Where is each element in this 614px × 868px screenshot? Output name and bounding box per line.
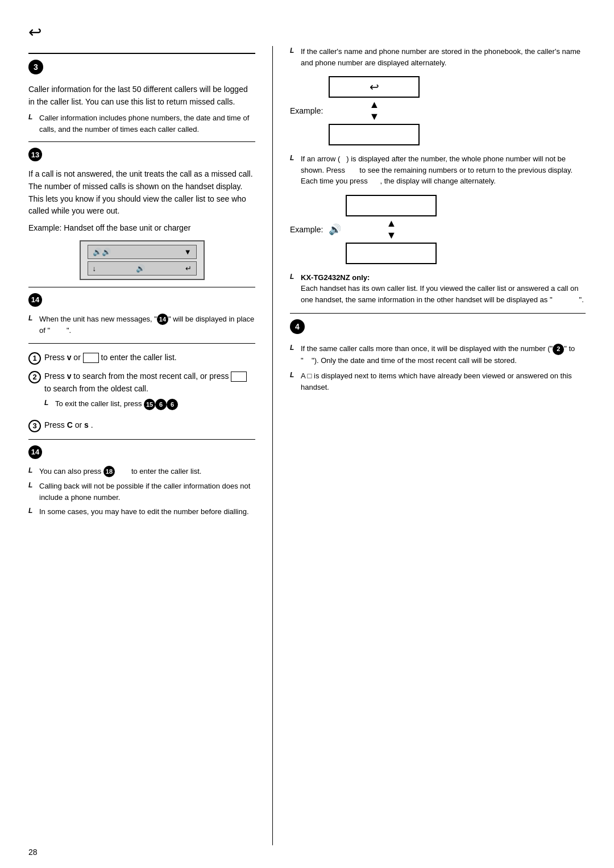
note-phonebook-line: L If the caller's name and phone number … bbox=[290, 46, 586, 68]
divider-section14b bbox=[28, 439, 255, 440]
note-phonebook-text: If the caller's name and phone number ar… bbox=[301, 46, 586, 68]
circle-18: 18 bbox=[103, 466, 115, 477]
kx-section: L KX-TG2432NZ only: Each handset has its… bbox=[290, 272, 586, 306]
handset-arrow-down2: ↓ bbox=[93, 264, 97, 273]
section3-note-line: L Caller information includes phone numb… bbox=[28, 112, 255, 135]
section4-badge: 4 bbox=[290, 319, 305, 334]
step2-note-text: To exit the caller list, press 1566 bbox=[55, 398, 178, 410]
example2-bottom-box bbox=[346, 243, 437, 264]
example1-arrows: ▲ ▼ bbox=[369, 99, 379, 123]
note14b-1: L You can also press 18 to enter the cal… bbox=[28, 466, 255, 478]
note-l-14b1: L bbox=[28, 466, 36, 474]
step2-note-line: L To exit the caller list, press 1566 bbox=[44, 398, 255, 410]
kx-note-content: KX-TG2432NZ only: Each handset has its o… bbox=[301, 272, 586, 306]
step3-text: Press C or s . bbox=[44, 419, 93, 432]
top-phone-icon: ↩ bbox=[28, 23, 586, 41]
note14b-2: L Calling back will not be possible if t… bbox=[28, 481, 255, 503]
kx-placeholder bbox=[553, 295, 579, 304]
example2-row: Example: 🔊 ▲ ▼ bbox=[290, 195, 586, 264]
section4-note2-text: A □ is displayed next to items which hav… bbox=[301, 370, 586, 393]
page: ↩ 3 Caller information for the last 50 d… bbox=[0, 0, 614, 868]
step2-text: Press v to search from the most recent c… bbox=[44, 372, 247, 393]
handset-icon2: 🔊 bbox=[136, 264, 145, 273]
arrow-down-2: ▼ bbox=[386, 229, 396, 241]
note-l-kx: L bbox=[290, 273, 298, 281]
arrow-down-1: ▼ bbox=[369, 111, 379, 123]
step2-row: 2 Press v to search from the most recent… bbox=[28, 370, 255, 414]
section13-badge: 13 bbox=[28, 148, 42, 161]
left-column: 3 Caller information for the last 50 dif… bbox=[28, 46, 273, 845]
section4-note2-line: L A □ is displayed next to items which h… bbox=[290, 370, 586, 393]
divider-section14 bbox=[28, 287, 255, 287]
page-number: 28 bbox=[28, 848, 38, 857]
step2-content: Press v to search from the most recent c… bbox=[44, 370, 255, 414]
section4-note1-text: If the same caller calls more than once,… bbox=[301, 343, 586, 366]
right-column: L If the caller's name and phone number … bbox=[273, 46, 586, 845]
note14b-3-text: In some cases, you may have to edit the … bbox=[39, 506, 249, 518]
handset-icon1: 🔊🔊 bbox=[93, 248, 111, 256]
note-l-4a: L bbox=[290, 344, 298, 352]
note14b-2-text: Calling back will not be possible if the… bbox=[39, 481, 255, 503]
section13-body1: If a call is not answered, the unit trea… bbox=[28, 168, 255, 218]
example1-row: Example: ↩ ▲ ▼ bbox=[290, 76, 586, 145]
example2-top-box bbox=[346, 195, 437, 216]
section3-badge: 3 bbox=[28, 60, 43, 74]
section14-note-text: When the unit has new messages, "14" wil… bbox=[39, 314, 255, 336]
example1-label: Example: bbox=[290, 106, 323, 115]
step3-circle: 3 bbox=[28, 420, 41, 432]
circle-14: 14 bbox=[157, 314, 168, 325]
note-l-14b3: L bbox=[28, 507, 36, 515]
section14-badge: 14 bbox=[28, 293, 42, 307]
handset-arrow-right: ↵ bbox=[185, 264, 192, 273]
divider-top-left bbox=[28, 53, 255, 54]
section3-note: Caller information includes phone number… bbox=[39, 112, 255, 135]
note-phonebook-section: L If the caller's name and phone number … bbox=[290, 46, 586, 68]
note-l-phonebook: L bbox=[290, 47, 298, 55]
step1-circle: 1 bbox=[28, 352, 41, 365]
handset-arrow-down: ▼ bbox=[184, 248, 192, 256]
placeholder-4 bbox=[304, 356, 312, 365]
circle-15: 15 bbox=[144, 399, 155, 410]
circle-6b: 6 bbox=[167, 399, 178, 410]
note-l-arrow: L bbox=[290, 154, 298, 162]
divider-section13 bbox=[28, 141, 255, 142]
example1-top-box: ↩ bbox=[329, 76, 420, 98]
example1-display: ↩ ▲ ▼ bbox=[329, 76, 420, 145]
circle-2: 2 bbox=[553, 344, 564, 355]
section14b-badge: 14 bbox=[28, 445, 42, 459]
kx-title: KX-TG2432NZ only: bbox=[301, 273, 370, 282]
example2-label: Example: bbox=[290, 225, 323, 234]
arrow-up-2: ▲ bbox=[386, 218, 396, 229]
note-l-14b2: L bbox=[28, 481, 36, 489]
note-l-4b: L bbox=[290, 371, 298, 379]
example2-display-row: 🔊 ▲ ▼ bbox=[329, 195, 437, 264]
arrow-up-1: ▲ bbox=[369, 99, 379, 111]
section13-body2: Example: Handset off the base unit or ch… bbox=[28, 222, 255, 235]
note-l-14: L bbox=[28, 314, 36, 322]
note-arrow-section: L If an arrow ( ) is displayed after the… bbox=[290, 153, 586, 187]
note14b-1-text: You can also press 18 to enter the calle… bbox=[39, 466, 201, 478]
steps-section: 1 Press v or to enter the caller list. 2… bbox=[28, 352, 255, 432]
note14b-3: L In some cases, you may have to edit th… bbox=[28, 506, 255, 518]
section4-note1-line: L If the same caller calls more than onc… bbox=[290, 343, 586, 366]
section14-note-line: L When the unit has new messages, "14" w… bbox=[28, 314, 255, 336]
example2-display: ▲ ▼ bbox=[346, 195, 437, 264]
example1-bottom-box bbox=[329, 124, 420, 145]
step2-circle: 2 bbox=[28, 371, 41, 383]
section3-body: Caller information for the last 50 diffe… bbox=[28, 84, 255, 108]
kx-note-line: L KX-TG2432NZ only: Each handset has its… bbox=[290, 272, 586, 306]
example2-left-icon: 🔊 bbox=[329, 223, 341, 236]
note-arrow-text: If an arrow ( ) is displayed after the n… bbox=[301, 153, 586, 187]
handset-diagram: 🔊🔊 ▼ ↓ 🔊 ↵ bbox=[28, 240, 255, 280]
step1-text: Press v or to enter the caller list. bbox=[44, 352, 177, 364]
circle-6a: 6 bbox=[155, 399, 167, 410]
example2-arrows: ▲ ▼ bbox=[386, 218, 396, 241]
step1-row: 1 Press v or to enter the caller list. bbox=[28, 352, 255, 365]
example1-phone-icon: ↩ bbox=[370, 80, 379, 94]
note-l-step2: L bbox=[44, 399, 52, 407]
kx-body: Each handset has its own caller list. If… bbox=[301, 284, 584, 304]
divider-steps bbox=[28, 343, 255, 344]
placeholder-text bbox=[50, 326, 67, 335]
divider-section4 bbox=[290, 313, 586, 314]
step3-row: 3 Press C or s . bbox=[28, 419, 255, 432]
